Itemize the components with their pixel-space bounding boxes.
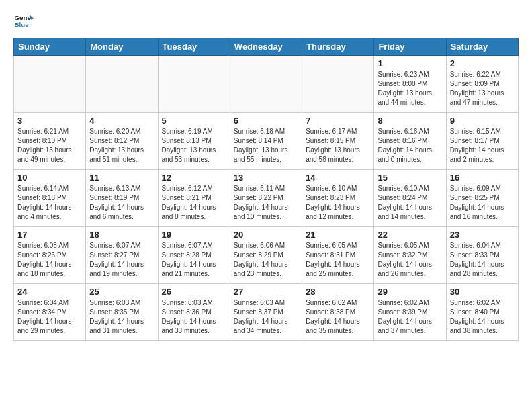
calendar-cell: 5Sunrise: 6:19 AM Sunset: 8:13 PM Daylig… xyxy=(158,113,230,170)
day-info: Sunrise: 6:09 AM Sunset: 8:25 PM Dayligh… xyxy=(450,184,515,222)
day-number: 1 xyxy=(378,58,442,68)
calendar-cell: 12Sunrise: 6:12 AM Sunset: 8:21 PM Dayli… xyxy=(158,170,230,227)
day-number: 16 xyxy=(450,173,515,183)
day-info: Sunrise: 6:12 AM Sunset: 8:21 PM Dayligh… xyxy=(162,184,226,222)
day-info: Sunrise: 6:22 AM Sunset: 8:09 PM Dayligh… xyxy=(450,70,515,107)
weekday-header-monday: Monday xyxy=(86,38,158,56)
day-info: Sunrise: 6:16 AM Sunset: 8:16 PM Dayligh… xyxy=(378,127,442,165)
day-info: Sunrise: 6:03 AM Sunset: 8:36 PM Dayligh… xyxy=(162,298,226,336)
calendar-cell: 23Sunrise: 6:04 AM Sunset: 8:33 PM Dayli… xyxy=(446,227,518,284)
day-number: 6 xyxy=(234,116,298,126)
day-number: 11 xyxy=(89,173,154,183)
day-number: 8 xyxy=(378,116,442,126)
day-number: 15 xyxy=(378,173,442,183)
svg-text:Blue: Blue xyxy=(15,21,30,28)
calendar-cell: 27Sunrise: 6:03 AM Sunset: 8:37 PM Dayli… xyxy=(230,284,302,341)
day-info: Sunrise: 6:08 AM Sunset: 8:26 PM Dayligh… xyxy=(17,241,82,279)
day-number: 9 xyxy=(450,116,515,126)
calendar-cell: 8Sunrise: 6:16 AM Sunset: 8:16 PM Daylig… xyxy=(374,113,446,170)
weekday-header-wednesday: Wednesday xyxy=(230,38,302,56)
calendar-cell: 22Sunrise: 6:05 AM Sunset: 8:32 PM Dayli… xyxy=(374,227,446,284)
day-number: 20 xyxy=(234,230,298,240)
calendar-cell xyxy=(14,56,86,113)
day-info: Sunrise: 6:20 AM Sunset: 8:12 PM Dayligh… xyxy=(89,127,154,165)
calendar-cell xyxy=(86,56,158,113)
calendar-cell: 30Sunrise: 6:02 AM Sunset: 8:40 PM Dayli… xyxy=(446,284,518,341)
calendar-cell: 28Sunrise: 6:02 AM Sunset: 8:38 PM Dayli… xyxy=(302,284,374,341)
day-info: Sunrise: 6:13 AM Sunset: 8:19 PM Dayligh… xyxy=(89,184,154,222)
calendar-cell xyxy=(158,56,230,113)
day-info: Sunrise: 6:04 AM Sunset: 8:34 PM Dayligh… xyxy=(17,298,82,336)
day-info: Sunrise: 6:10 AM Sunset: 8:23 PM Dayligh… xyxy=(306,184,370,222)
weekday-header-friday: Friday xyxy=(374,38,446,56)
calendar-cell: 6Sunrise: 6:18 AM Sunset: 8:14 PM Daylig… xyxy=(230,113,302,170)
day-info: Sunrise: 6:17 AM Sunset: 8:15 PM Dayligh… xyxy=(306,127,370,165)
week-row-5: 24Sunrise: 6:04 AM Sunset: 8:34 PM Dayli… xyxy=(14,284,519,341)
calendar-cell: 10Sunrise: 6:14 AM Sunset: 8:18 PM Dayli… xyxy=(14,170,86,227)
day-number: 14 xyxy=(306,173,370,183)
calendar-cell xyxy=(302,56,374,113)
week-row-3: 10Sunrise: 6:14 AM Sunset: 8:18 PM Dayli… xyxy=(14,170,519,227)
logo: General Blue xyxy=(13,11,34,31)
day-info: Sunrise: 6:03 AM Sunset: 8:35 PM Dayligh… xyxy=(89,298,154,336)
page: General Blue SundayMondayTuesdayWednesda… xyxy=(0,0,532,352)
day-number: 27 xyxy=(234,287,298,297)
day-info: Sunrise: 6:07 AM Sunset: 8:27 PM Dayligh… xyxy=(89,241,154,279)
day-number: 23 xyxy=(450,230,515,240)
calendar-cell: 24Sunrise: 6:04 AM Sunset: 8:34 PM Dayli… xyxy=(14,284,86,341)
weekday-header-saturday: Saturday xyxy=(446,38,518,56)
day-info: Sunrise: 6:07 AM Sunset: 8:28 PM Dayligh… xyxy=(162,241,226,279)
weekday-header-thursday: Thursday xyxy=(302,38,374,56)
calendar-cell: 26Sunrise: 6:03 AM Sunset: 8:36 PM Dayli… xyxy=(158,284,230,341)
day-number: 22 xyxy=(378,230,442,240)
day-info: Sunrise: 6:18 AM Sunset: 8:14 PM Dayligh… xyxy=(234,127,298,165)
calendar-cell: 9Sunrise: 6:15 AM Sunset: 8:17 PM Daylig… xyxy=(446,113,518,170)
day-number: 25 xyxy=(89,287,154,297)
day-info: Sunrise: 6:05 AM Sunset: 8:32 PM Dayligh… xyxy=(378,241,442,279)
calendar-cell: 29Sunrise: 6:02 AM Sunset: 8:39 PM Dayli… xyxy=(374,284,446,341)
weekday-header-row: SundayMondayTuesdayWednesdayThursdayFrid… xyxy=(14,38,519,56)
calendar-cell: 21Sunrise: 6:05 AM Sunset: 8:31 PM Dayli… xyxy=(302,227,374,284)
week-row-1: 1Sunrise: 6:23 AM Sunset: 8:08 PM Daylig… xyxy=(14,56,519,113)
day-number: 24 xyxy=(17,287,82,297)
day-number: 2 xyxy=(450,58,515,68)
day-number: 29 xyxy=(378,287,442,297)
week-row-2: 3Sunrise: 6:21 AM Sunset: 8:10 PM Daylig… xyxy=(14,113,519,170)
day-info: Sunrise: 6:14 AM Sunset: 8:18 PM Dayligh… xyxy=(17,184,82,222)
calendar-cell: 17Sunrise: 6:08 AM Sunset: 8:26 PM Dayli… xyxy=(14,227,86,284)
day-number: 21 xyxy=(306,230,370,240)
calendar-cell: 4Sunrise: 6:20 AM Sunset: 8:12 PM Daylig… xyxy=(86,113,158,170)
day-number: 5 xyxy=(162,116,226,126)
day-number: 18 xyxy=(89,230,154,240)
day-number: 7 xyxy=(306,116,370,126)
day-number: 13 xyxy=(234,173,298,183)
calendar-cell: 16Sunrise: 6:09 AM Sunset: 8:25 PM Dayli… xyxy=(446,170,518,227)
day-info: Sunrise: 6:19 AM Sunset: 8:13 PM Dayligh… xyxy=(162,127,226,165)
day-number: 28 xyxy=(306,287,370,297)
calendar-cell xyxy=(230,56,302,113)
day-number: 12 xyxy=(162,173,226,183)
calendar-cell: 19Sunrise: 6:07 AM Sunset: 8:28 PM Dayli… xyxy=(158,227,230,284)
calendar-cell: 7Sunrise: 6:17 AM Sunset: 8:15 PM Daylig… xyxy=(302,113,374,170)
weekday-header-tuesday: Tuesday xyxy=(158,38,230,56)
calendar-table: SundayMondayTuesdayWednesdayThursdayFrid… xyxy=(13,38,519,341)
week-row-4: 17Sunrise: 6:08 AM Sunset: 8:26 PM Dayli… xyxy=(14,227,519,284)
day-info: Sunrise: 6:04 AM Sunset: 8:33 PM Dayligh… xyxy=(450,241,515,279)
day-info: Sunrise: 6:06 AM Sunset: 8:29 PM Dayligh… xyxy=(234,241,298,279)
day-number: 17 xyxy=(17,230,82,240)
calendar-cell: 25Sunrise: 6:03 AM Sunset: 8:35 PM Dayli… xyxy=(86,284,158,341)
calendar-cell: 14Sunrise: 6:10 AM Sunset: 8:23 PM Dayli… xyxy=(302,170,374,227)
calendar-cell: 18Sunrise: 6:07 AM Sunset: 8:27 PM Dayli… xyxy=(86,227,158,284)
day-info: Sunrise: 6:10 AM Sunset: 8:24 PM Dayligh… xyxy=(378,184,442,222)
day-info: Sunrise: 6:11 AM Sunset: 8:22 PM Dayligh… xyxy=(234,184,298,222)
day-number: 19 xyxy=(162,230,226,240)
day-info: Sunrise: 6:21 AM Sunset: 8:10 PM Dayligh… xyxy=(17,127,82,165)
day-info: Sunrise: 6:02 AM Sunset: 8:38 PM Dayligh… xyxy=(306,298,370,336)
logo-icon: General Blue xyxy=(13,11,34,31)
day-number: 30 xyxy=(450,287,515,297)
calendar-cell: 1Sunrise: 6:23 AM Sunset: 8:08 PM Daylig… xyxy=(374,56,446,113)
day-number: 4 xyxy=(89,116,154,126)
header: General Blue xyxy=(13,11,519,31)
weekday-header-sunday: Sunday xyxy=(14,38,86,56)
day-number: 26 xyxy=(162,287,226,297)
